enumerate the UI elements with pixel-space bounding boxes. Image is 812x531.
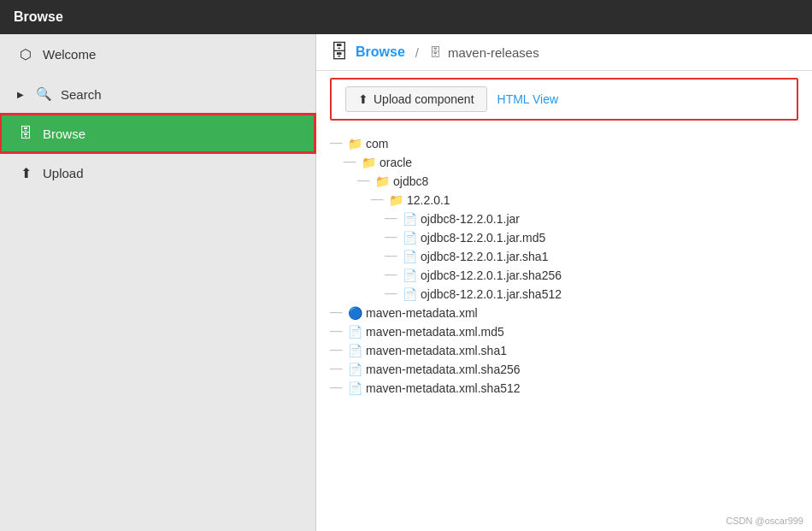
sidebar-item-welcome[interactable]: ⬡ Welcome [0, 34, 315, 74]
tree-children-com: ── 📁 oracle ── 📁 ojdbc8 [344, 153, 798, 304]
file-icon-sha512: 📄 [402, 287, 417, 301]
upload-sidebar-icon: ⬆ [17, 165, 34, 181]
html-view-link[interactable]: HTML View [497, 92, 559, 106]
file-icon-maven-sha256: 📄 [347, 363, 362, 376]
tree-label-maven-metadata-xml-sha256: maven-metadata.xml.sha256 [366, 363, 521, 376]
tree-row-maven-metadata-xml-sha512[interactable]: ── 📄 maven-metadata.xml.sha512 [330, 379, 798, 398]
tree-label-maven-metadata-xml-sha1: maven-metadata.xml.sha1 [366, 344, 507, 357]
sidebar-item-browse[interactable]: 🗄 Browse [0, 114, 315, 153]
tree-label-maven-metadata-xml-sha512: maven-metadata.xml.sha512 [366, 381, 521, 395]
connector-maven-xml: ── [330, 307, 344, 319]
connector-ojdbc8-jar-md5: ── [385, 232, 398, 244]
tree-children-ojdbc8: ── 📁 12.2.0.1 ── 📄 [371, 191, 798, 304]
connector-oracle: ── [344, 156, 357, 168]
sidebar: ⬡ Welcome ▶ 🔍 Search 🗄 Browse ⬆ Upload [0, 34, 316, 531]
content-db-icon: 🗄 [330, 41, 349, 63]
connector-maven-xml-sha512: ── [330, 382, 344, 394]
tree-label-ojdbc8: ojdbc8 [393, 174, 428, 188]
tree-row-ojdbc8[interactable]: ── 📁 ojdbc8 [357, 172, 798, 191]
tree-row-ojdbc8-jar-sha1[interactable]: ── 📄 ojdbc8-12.2.0.1.jar.sha1 [385, 247, 798, 266]
breadcrumb-separator: / [415, 45, 419, 60]
folder-icon-oracle: 📁 [361, 156, 376, 169]
tree-row-maven-metadata-xml[interactable]: ── 🔵 maven-metadata.xml [330, 304, 798, 322]
connector-ojdbc8-jar-sha1: ── [385, 251, 398, 263]
tree-row-maven-metadata-xml-sha256[interactable]: ── 📄 maven-metadata.xml.sha256 [330, 360, 798, 379]
jar-icon: 📄 [402, 212, 417, 226]
database-icon: 🗄 [17, 126, 34, 141]
file-icon-maven-md5: 📄 [347, 325, 362, 339]
tree-label-maven-metadata-xml: maven-metadata.xml [366, 306, 478, 320]
repo-name: maven-releases [448, 45, 539, 60]
tree-label-maven-metadata-xml-md5: maven-metadata.xml.md5 [366, 325, 504, 339]
tree-node-com: ── 📁 com ── 📁 oracle [330, 134, 798, 304]
app-header: Browse [0, 0, 812, 34]
watermark: CSDN @oscar999 [726, 516, 803, 526]
connector-ojdbc8-jar-sha256: ── [385, 269, 398, 281]
tree-label-ojdbc8-jar-sha256: ojdbc8-12.2.0.1.jar.sha256 [421, 268, 562, 282]
tree-label-com: com [366, 137, 388, 150]
tree-children-oracle: ── 📁 ojdbc8 ── 📁 [357, 172, 798, 304]
connector-ojdbc8-jar: ── [385, 213, 398, 225]
expand-arrow-icon: ▶ [17, 90, 24, 99]
connector-maven-xml-sha256: ── [330, 363, 344, 375]
tree-node-12201: ── 📁 12.2.0.1 ── 📄 [371, 191, 798, 304]
upload-icon: ⬆ [358, 92, 368, 106]
connector-maven-xml-md5: ── [330, 326, 344, 338]
folder-icon-com: 📁 [347, 137, 362, 150]
file-icon-maven-sha512: 📄 [347, 381, 362, 395]
tree-row-ojdbc8-jar-sha512[interactable]: ── 📄 ojdbc8-12.2.0.1.jar.sha512 [385, 285, 798, 304]
content-header: 🗄 Browse / 🗄 maven-releases [316, 34, 812, 71]
connector-maven-xml-sha1: ── [330, 345, 344, 357]
tree-children-12201: ── 📄 ojdbc8-12.2.0.1.jar ── 📄 o [385, 209, 798, 304]
sidebar-item-search[interactable]: ▶ 🔍 Search [0, 74, 315, 114]
tree-row-com[interactable]: ── 📁 com [330, 134, 798, 153]
tree-label-oracle: oracle [380, 156, 412, 169]
connector-ojdbc8: ── [357, 175, 371, 187]
connector-12201: ── [371, 194, 385, 206]
tree-row-12201[interactable]: ── 📁 12.2.0.1 [371, 191, 798, 209]
hexagon-icon: ⬡ [17, 46, 34, 62]
tree-label-ojdbc8-jar: ojdbc8-12.2.0.1.jar [421, 212, 520, 226]
tree-label-ojdbc8-jar-sha1: ojdbc8-12.2.0.1.jar.sha1 [421, 250, 548, 263]
folder-icon-ojdbc8: 📁 [374, 174, 390, 188]
upload-component-button[interactable]: ⬆ Upload component [345, 86, 487, 112]
main-layout: ⬡ Welcome ▶ 🔍 Search 🗄 Browse ⬆ Upload 🗄… [0, 34, 812, 531]
connector-ojdbc8-jar-sha512: ── [385, 288, 398, 300]
sidebar-upload-label: Upload [43, 166, 84, 180]
tree-label-12201: 12.2.0.1 [407, 193, 450, 207]
content-area: 🗄 Browse / 🗄 maven-releases ⬆ Upload com… [316, 34, 812, 531]
tree-row-ojdbc8-jar-sha256[interactable]: ── 📄 ojdbc8-12.2.0.1.jar.sha256 [385, 266, 798, 285]
sidebar-welcome-label: Welcome [43, 47, 96, 62]
file-icon-sha1: 📄 [402, 250, 417, 263]
tree-row-ojdbc8-jar-md5[interactable]: ── 📄 ojdbc8-12.2.0.1.jar.md5 [385, 228, 798, 247]
file-tree: ── 📁 com ── 📁 oracle [316, 127, 812, 531]
search-icon: 🔍 [36, 86, 52, 102]
tree-row-maven-metadata-xml-md5[interactable]: ── 📄 maven-metadata.xml.md5 [330, 322, 798, 341]
sidebar-browse-label: Browse [43, 127, 85, 141]
tree-row-oracle[interactable]: ── 📁 oracle [344, 153, 798, 172]
upload-component-label: Upload component [374, 92, 474, 106]
sidebar-item-upload[interactable]: ⬆ Upload [0, 153, 315, 193]
file-icon-maven-sha1: 📄 [347, 344, 362, 357]
tree-label-ojdbc8-jar-md5: ojdbc8-12.2.0.1.jar.md5 [421, 231, 545, 245]
connector-com: ── [330, 138, 344, 150]
repo-icon: 🗄 [429, 45, 441, 59]
folder-icon-12201: 📁 [388, 193, 403, 207]
tree-row-maven-metadata-xml-sha1[interactable]: ── 📄 maven-metadata.xml.sha1 [330, 341, 798, 360]
xml-icon: 🔵 [347, 306, 362, 320]
sidebar-search-label: Search [61, 87, 102, 102]
content-browse-title: Browse [356, 44, 405, 60]
app-title: Browse [14, 9, 63, 25]
file-icon-sha256: 📄 [402, 268, 417, 282]
tree-node-oracle: ── 📁 oracle ── 📁 ojdbc8 [344, 153, 798, 304]
toolbar: ⬆ Upload component HTML View [330, 78, 798, 121]
tree-row-ojdbc8-jar[interactable]: ── 📄 ojdbc8-12.2.0.1.jar [385, 209, 798, 228]
tree-label-ojdbc8-jar-sha512: ojdbc8-12.2.0.1.jar.sha512 [421, 287, 562, 301]
file-icon-md5: 📄 [402, 231, 417, 245]
tree-node-ojdbc8: ── 📁 ojdbc8 ── 📁 [357, 172, 798, 304]
